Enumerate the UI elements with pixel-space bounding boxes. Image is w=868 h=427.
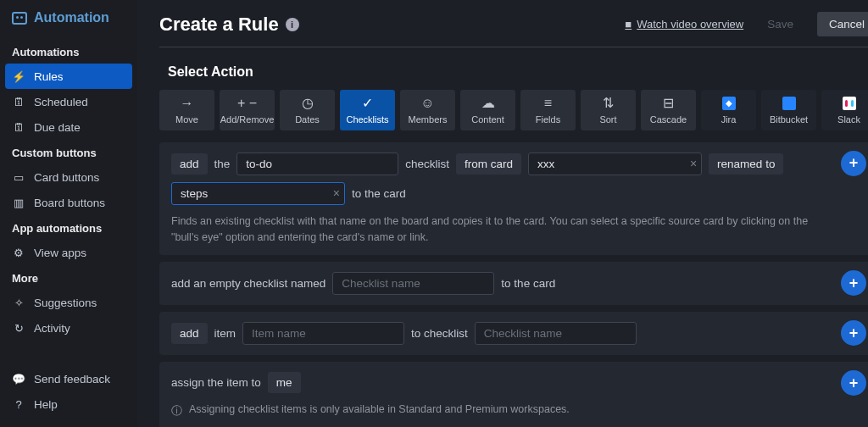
clear-card-icon[interactable]: × xyxy=(690,157,697,170)
text-to-checklist: to checklist xyxy=(411,327,468,340)
text-the: the xyxy=(214,158,231,170)
sidebar-item-suggestions[interactable]: ✧ Suggestions xyxy=(0,290,137,315)
sort-icon: ⇅ xyxy=(603,96,614,111)
info-icon: ⓘ xyxy=(171,402,182,419)
token-renamed-to[interactable]: renamed to xyxy=(709,153,783,175)
page-title-text: Create a Rule xyxy=(159,14,279,36)
token-add[interactable]: add xyxy=(171,153,208,175)
helper-text: Finds an existing checklist with that na… xyxy=(171,214,827,246)
checklist-name-input[interactable] xyxy=(332,272,494,295)
token-add[interactable]: add xyxy=(171,323,208,344)
text-assign: assign the item to xyxy=(171,376,261,389)
tab-slack[interactable]: Slack xyxy=(821,90,868,130)
text-add-empty: add an empty checklist named xyxy=(171,277,326,290)
token-from-card[interactable]: from card xyxy=(456,153,521,175)
content-area: Select Action →Move + −Add/Remove ◷Dates… xyxy=(137,47,868,427)
cancel-button[interactable]: Cancel xyxy=(817,12,868,36)
action-line: add item to checklist xyxy=(171,322,827,345)
text-to-card: to the card xyxy=(501,277,555,290)
tab-sort[interactable]: ⇅Sort xyxy=(581,90,636,130)
sidebar-item-activity[interactable]: ↻ Activity xyxy=(0,315,137,341)
calendar-icon: 🗓 xyxy=(12,95,25,108)
checklist-name-input[interactable] xyxy=(475,322,637,345)
sidebar-item-send-feedback[interactable]: 💬 Send feedback xyxy=(0,366,137,391)
renamed-to-input[interactable] xyxy=(171,182,345,205)
text-item: item xyxy=(214,327,236,340)
text-to-the-card: to the card xyxy=(352,187,406,200)
token-me[interactable]: me xyxy=(268,372,301,393)
check-icon: ✓ xyxy=(362,96,373,111)
calendar-icon: 🗓 xyxy=(12,120,25,134)
tab-dates[interactable]: ◷Dates xyxy=(280,90,335,130)
action-line: add the checklist from card × renamed to… xyxy=(171,152,827,205)
sidebar-item-label: Rules xyxy=(34,70,64,83)
helper-body: Assigning checklist items is only availa… xyxy=(189,402,570,418)
tab-fields[interactable]: ≡Fields xyxy=(520,90,576,130)
sidebar-item-label: View apps xyxy=(34,247,86,259)
refresh-icon: ↻ xyxy=(12,321,25,335)
sidebar-item-view-apps[interactable]: ⚙ View apps xyxy=(0,240,137,265)
watch-video-text: Watch video overview xyxy=(637,18,743,30)
add-action-button[interactable]: + xyxy=(841,320,866,346)
tab-move[interactable]: →Move xyxy=(159,90,214,130)
sidebar-item-label: Card buttons xyxy=(34,171,99,184)
sidebar-item-board-buttons[interactable]: ▥ Board buttons xyxy=(0,190,137,215)
action-row-add-item: add item to checklist + xyxy=(159,312,868,355)
info-icon[interactable]: i xyxy=(286,18,299,31)
section-app-automations: App automations xyxy=(0,215,137,240)
plus-minus-icon: + − xyxy=(237,96,257,111)
watch-video-link[interactable]: ■ Watch video overview xyxy=(625,18,743,30)
cascade-icon: ⊟ xyxy=(663,96,674,111)
card-name-input[interactable] xyxy=(528,152,702,175)
topbar-actions: ■ Watch video overview Save Cancel xyxy=(625,12,868,36)
jira-icon: ◆ xyxy=(722,96,736,111)
sidebar-item-label: Suggestions xyxy=(34,297,97,309)
clock-icon: ◷ xyxy=(302,96,314,111)
tab-checklists[interactable]: ✓Checklists xyxy=(340,90,395,130)
sidebar: Automation Automations ⚡ Rules 🗓 Schedul… xyxy=(0,0,137,427)
sidebar-item-label: Help xyxy=(34,398,58,411)
page-title: Create a Rule i xyxy=(159,14,299,36)
tab-content[interactable]: ☁Content xyxy=(460,90,515,130)
action-row-assign-item: assign the item to me + ⓘ Assigning chec… xyxy=(159,362,868,427)
select-action-title: Select Action xyxy=(168,64,868,80)
sidebar-header: Automation xyxy=(0,10,137,39)
add-action-button[interactable]: + xyxy=(841,151,866,176)
add-action-button[interactable]: + xyxy=(841,270,866,296)
tab-members[interactable]: ☺Members xyxy=(400,90,455,130)
tab-cascade[interactable]: ⊟Cascade xyxy=(641,90,696,130)
main-panel: ✕ Create a Rule i ■ Watch video overview… xyxy=(137,0,868,427)
chat-icon: 💬 xyxy=(12,372,25,385)
item-name-input[interactable] xyxy=(242,322,404,345)
text-checklist: checklist xyxy=(405,158,449,170)
board-icon: ▥ xyxy=(12,196,25,209)
arrow-right-icon: → xyxy=(181,96,194,111)
checklist-name-input[interactable] xyxy=(236,152,398,175)
tab-bitbucket[interactable]: Bitbucket xyxy=(761,90,816,130)
add-action-button[interactable]: + xyxy=(841,370,866,396)
sidebar-footer: 💬 Send feedback ? Help xyxy=(0,366,137,417)
sidebar-item-label: Due date xyxy=(34,121,81,134)
sidebar-item-label: Activity xyxy=(34,322,70,335)
gear-icon: ⚙ xyxy=(12,246,25,259)
sidebar-item-card-buttons[interactable]: ▭ Card buttons xyxy=(0,164,137,190)
tab-add-remove[interactable]: + −Add/Remove xyxy=(220,90,275,130)
sidebar-item-scheduled[interactable]: 🗓 Scheduled xyxy=(0,89,137,114)
automation-robot-icon xyxy=(12,12,27,25)
action-row-add-checklist-from-card: add the checklist from card × renamed to… xyxy=(159,142,868,256)
sidebar-item-due-date[interactable]: 🗓 Due date xyxy=(0,114,137,140)
sidebar-item-help[interactable]: ? Help xyxy=(0,391,137,417)
tab-jira[interactable]: ◆Jira xyxy=(701,90,756,130)
save-button[interactable]: Save xyxy=(755,12,805,36)
action-row-empty-checklist: add an empty checklist named to the card… xyxy=(159,262,868,305)
app-title: Automation xyxy=(34,10,109,25)
sidebar-item-label: Scheduled xyxy=(34,96,88,108)
sidebar-item-label: Send feedback xyxy=(34,373,110,385)
topbar: Create a Rule i ■ Watch video overview S… xyxy=(137,0,868,47)
action-line: add an empty checklist named to the card xyxy=(171,272,827,295)
lines-icon: ≡ xyxy=(544,96,552,111)
sidebar-item-rules[interactable]: ⚡ Rules xyxy=(5,64,132,89)
clear-rename-icon[interactable]: × xyxy=(333,186,340,200)
action-tabs: →Move + −Add/Remove ◷Dates ✓Checklists ☺… xyxy=(159,90,868,130)
speech-icon: ☁ xyxy=(481,96,495,111)
